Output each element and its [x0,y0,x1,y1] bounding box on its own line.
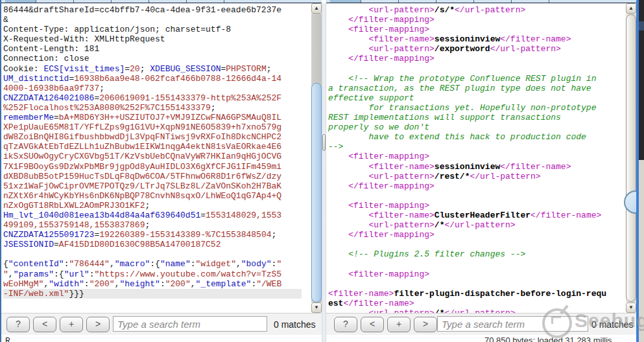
side-panel-sliver-light [639,160,644,342]
tabstrip-filler [224,0,322,3]
search-input[interactable] [113,316,267,332]
xml-response-text[interactable]: <url-pattern>/s/*</url-pattern> </filter… [328,5,617,313]
side-panel-sliver-dark [639,0,644,160]
inspector-tab-selected[interactable] [5,0,36,3]
next-match-button[interactable]: > [414,317,437,332]
inspector-tab[interactable] [474,0,512,3]
help-button[interactable]: ? [6,317,30,332]
inspector-tab[interactable] [187,0,224,3]
add-highlight-button[interactable]: + [387,317,411,332]
next-match-button[interactable]: > [86,317,110,332]
inspector-tab[interactable] [512,0,549,3]
scrollbar-thumb[interactable] [311,83,322,302]
tabstrip-filler [549,0,636,3]
status-bytes-label: 70,850 bytes; loaded 31,283 millis [484,336,612,342]
splitter-grip[interactable] [322,134,326,151]
clipped-next-line-text: R [5,336,10,342]
previous-match-button[interactable]: < [33,317,56,332]
help-button[interactable]: ? [334,317,357,332]
inspector-tab[interactable] [112,0,149,3]
raw-request-text[interactable]: 86444&draftShareId=cc4bffb7-40ca-4dea-9f… [3,5,292,299]
scroll-down-button[interactable]: ▼ [626,302,636,313]
inspector-tab[interactable] [361,0,399,3]
scrollbar-thumb[interactable] [626,14,636,302]
add-highlight-button[interactable]: + [60,317,83,332]
inspector-tab[interactable] [399,0,436,3]
xml-response-pane: <url-pattern>/s/*</url-pattern> </filter… [326,3,636,313]
left-find-bar: ? < + > 0 matches [1,313,322,335]
scroll-down-button[interactable]: ▼ [311,302,322,313]
inspector-tab[interactable] [36,0,74,3]
left-vertical-scrollbar: ▲ ▼ [311,3,322,313]
inspector-tab[interactable] [74,0,112,3]
match-count-label: 0 matches [274,319,316,330]
match-count-label: 0 matches [591,319,634,330]
scroll-up-button[interactable]: ▲ [626,3,636,14]
search-input[interactable] [437,316,588,332]
pane-splitter[interactable] [322,3,326,342]
right-vertical-scrollbar: ▲ ▼ [626,3,636,313]
side-panel-selected-row [639,21,644,30]
inspector-tab-selected[interactable] [330,0,361,3]
previous-match-button[interactable]: < [361,317,384,332]
scroll-up-button[interactable]: ▲ [311,3,322,14]
inspector-tab[interactable] [149,0,187,3]
raw-request-pane: 86444&draftShareId=cc4bffb7-40ca-4dea-9f… [1,3,322,313]
inspector-tab[interactable] [436,0,474,3]
right-find-bar: ? < + > 0 matches [326,313,636,335]
